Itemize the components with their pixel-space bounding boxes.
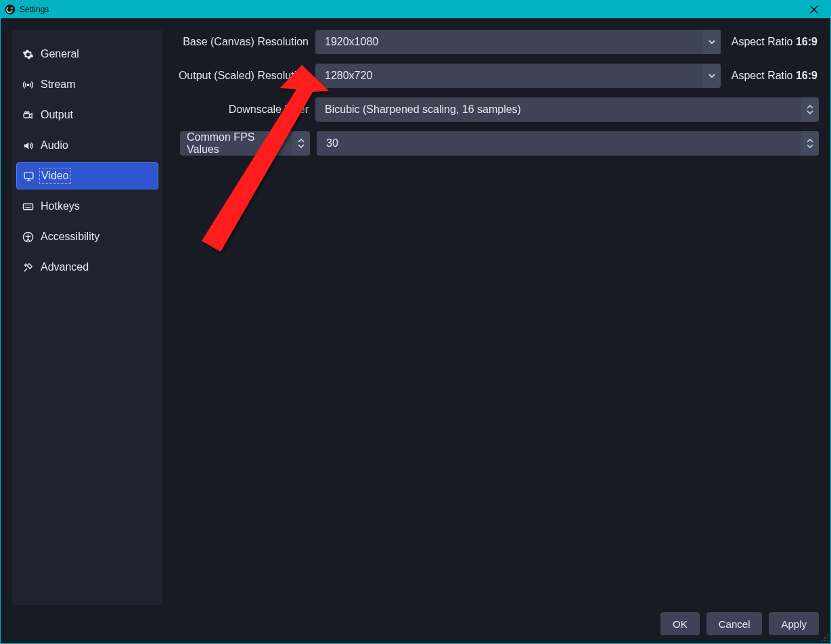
keyboard-icon xyxy=(22,201,34,212)
dialog-footer: OK Cancel Apply xyxy=(1,605,830,643)
svg-point-2 xyxy=(27,84,28,85)
sidebar-item-label: Audio xyxy=(41,139,68,152)
output-resolution-combo[interactable]: 1280x720 xyxy=(315,64,721,88)
svg-point-15 xyxy=(824,637,826,639)
downscale-filter-combo[interactable]: Bicubic (Sharpened scaling, 16 samples) xyxy=(315,97,819,122)
svg-point-13 xyxy=(827,637,828,639)
sidebar-item-audio[interactable]: Audio xyxy=(16,132,158,159)
sidebar-item-label: Video xyxy=(41,170,69,182)
chevron-down-icon[interactable] xyxy=(702,64,721,88)
sidebar-item-label: Advanced xyxy=(41,261,89,273)
label-base-resolution: Base (Canvas) Resolution xyxy=(173,36,309,48)
updown-stepper-icon[interactable] xyxy=(801,131,819,156)
obs-app-icon xyxy=(5,4,16,15)
row-downscale-filter: Downscale Filter Bicubic (Sharpened scal… xyxy=(173,97,819,122)
label-output-resolution: Output (Scaled) Resolution xyxy=(173,70,309,82)
sidebar-item-label: Stream xyxy=(41,78,76,91)
svg-point-4 xyxy=(24,111,26,113)
updown-stepper-icon[interactable] xyxy=(801,97,819,122)
updown-stepper-icon[interactable] xyxy=(292,131,310,156)
label-downscale-filter: Downscale Filter xyxy=(173,104,309,116)
svg-point-14 xyxy=(822,640,823,641)
ok-button[interactable]: OK xyxy=(660,612,700,635)
output-aspect-ratio: Aspect Ratio 16:9 xyxy=(727,70,819,82)
sidebar-item-label: Hotkeys xyxy=(41,200,80,212)
svg-point-1 xyxy=(11,7,12,9)
tools-icon xyxy=(22,262,34,273)
fps-value-combo[interactable]: 30 xyxy=(317,131,819,156)
sidebar-item-advanced[interactable]: Advanced xyxy=(16,254,158,281)
svg-rect-7 xyxy=(23,204,32,210)
row-base-resolution: Base (Canvas) Resolution 1920x1080 Aspec… xyxy=(173,30,819,54)
sidebar-item-hotkeys[interactable]: Hotkeys xyxy=(16,193,158,220)
titlebar: Settings xyxy=(1,1,830,18)
settings-content: Base (Canvas) Resolution 1920x1080 Aspec… xyxy=(173,30,819,605)
fps-value: 30 xyxy=(317,137,801,150)
settings-sidebar: General Stream Output Audio xyxy=(12,30,162,605)
sidebar-item-general[interactable]: General xyxy=(16,41,158,68)
svg-point-16 xyxy=(827,635,828,636)
sidebar-item-video[interactable]: Video xyxy=(16,162,158,189)
fps-type-value: Common FPS Values xyxy=(180,131,292,156)
svg-rect-6 xyxy=(24,172,33,178)
gear-icon xyxy=(22,49,34,60)
base-resolution-value: 1920x1080 xyxy=(315,36,702,48)
row-fps: Common FPS Values 30 xyxy=(173,131,819,156)
accessibility-icon xyxy=(22,231,34,243)
chevron-down-icon[interactable] xyxy=(702,30,721,54)
svg-point-11 xyxy=(827,640,828,641)
base-aspect-ratio: Aspect Ratio 16:9 xyxy=(727,36,819,48)
sidebar-item-label: General xyxy=(41,48,79,60)
base-resolution-combo[interactable]: 1920x1080 xyxy=(315,30,721,54)
svg-point-9 xyxy=(27,233,28,235)
window-close-button[interactable] xyxy=(802,2,826,17)
antenna-icon xyxy=(22,79,34,91)
downscale-filter-value: Bicubic (Sharpened scaling, 16 samples) xyxy=(315,104,801,116)
cancel-button[interactable]: Cancel xyxy=(706,612,763,635)
sidebar-item-stream[interactable]: Stream xyxy=(16,71,158,98)
sidebar-item-label: Accessibility xyxy=(41,231,99,243)
speaker-icon xyxy=(22,140,34,152)
output-resolution-value: 1280x720 xyxy=(315,70,702,82)
row-output-resolution: Output (Scaled) Resolution 1280x720 Aspe… xyxy=(173,64,819,88)
sidebar-item-output[interactable]: Output xyxy=(16,101,158,129)
window-title: Settings xyxy=(20,5,49,14)
apply-button[interactable]: Apply xyxy=(769,612,819,635)
svg-point-12 xyxy=(824,640,826,641)
camcorder-icon xyxy=(22,110,34,121)
svg-point-5 xyxy=(27,111,29,113)
svg-rect-3 xyxy=(24,113,30,117)
sidebar-item-label: Output xyxy=(41,109,73,121)
sidebar-item-accessibility[interactable]: Accessibility xyxy=(16,223,158,250)
fps-type-combo[interactable]: Common FPS Values xyxy=(180,131,310,156)
resize-grip-icon[interactable] xyxy=(821,634,829,642)
monitor-icon xyxy=(22,170,35,182)
